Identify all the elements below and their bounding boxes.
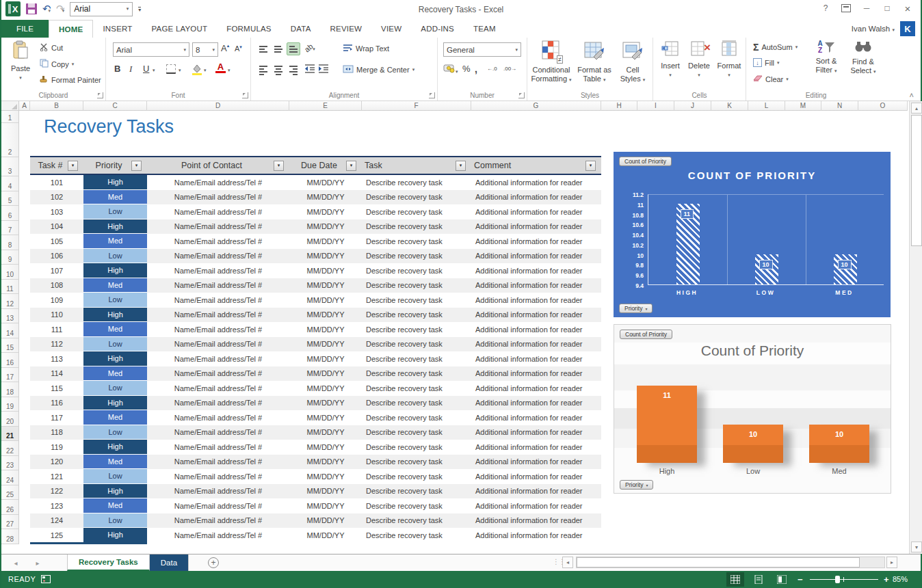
autosum-button[interactable]: Σ AutoSum▾ bbox=[750, 40, 800, 54]
italic-button[interactable]: I bbox=[129, 64, 132, 75]
ribbon-tab-review[interactable]: REVIEW bbox=[321, 20, 372, 38]
cell-task-number[interactable]: 114 bbox=[30, 366, 83, 382]
accounting-format-button[interactable]: ▾ bbox=[443, 64, 458, 75]
ribbon-tab-file[interactable]: FILE bbox=[1, 20, 49, 38]
bar-low[interactable] bbox=[755, 254, 778, 284]
cell-task[interactable]: Describe recovery task bbox=[362, 440, 471, 455]
find-select-button[interactable]: Find & Select ▾ bbox=[846, 40, 880, 76]
comma-style-button[interactable]: , bbox=[475, 64, 477, 75]
cell-task-number[interactable]: 110 bbox=[30, 308, 83, 323]
cell-due-date[interactable]: MM/DD/YY bbox=[289, 469, 362, 484]
cell-comment[interactable]: Additional information for reader bbox=[471, 219, 601, 235]
cell-priority[interactable]: Med bbox=[83, 234, 147, 249]
cell-due-date[interactable]: MM/DD/YY bbox=[289, 204, 362, 219]
cell-priority[interactable]: Low bbox=[83, 381, 147, 396]
row-header-21[interactable]: 21 bbox=[1, 427, 19, 442]
cell-task[interactable]: Describe recovery task bbox=[362, 366, 471, 382]
cell-task[interactable]: Describe recovery task bbox=[362, 410, 471, 425]
page-break-preview-button[interactable] bbox=[773, 572, 791, 587]
pivot-field-button[interactable]: Count of Priority bbox=[619, 157, 672, 166]
cell-task[interactable]: Describe recovery task bbox=[362, 455, 471, 470]
cell-due-date[interactable]: MM/DD/YY bbox=[289, 293, 362, 308]
increase-font-size-button[interactable]: A▴ bbox=[221, 43, 229, 53]
pivot-axis-button[interactable]: Priority▾ bbox=[619, 304, 653, 313]
cell-comment[interactable]: Additional information for reader bbox=[471, 528, 601, 543]
borders-button[interactable] bbox=[166, 64, 176, 75]
cell-task-number[interactable]: 123 bbox=[30, 498, 83, 513]
decrease-font-size-button[interactable]: A▾ bbox=[235, 44, 242, 53]
cell-comment[interactable]: Additional information for reader bbox=[471, 322, 601, 337]
cell-task-number[interactable]: 119 bbox=[30, 440, 83, 455]
table-row[interactable]: 118LowName/Email address/Tel #MM/DD/YYDe… bbox=[30, 425, 601, 440]
ribbon-tab-insert[interactable]: INSERT bbox=[93, 20, 142, 38]
cell-task-number[interactable]: 118 bbox=[30, 425, 83, 440]
cell-contact[interactable]: Name/Email address/Tel # bbox=[147, 204, 289, 219]
cell-contact[interactable]: Name/Email address/Tel # bbox=[147, 455, 289, 470]
cell-priority[interactable]: High bbox=[83, 263, 147, 278]
cell-comment[interactable]: Additional information for reader bbox=[471, 190, 601, 205]
cell-contact[interactable]: Name/Email address/Tel # bbox=[147, 278, 289, 293]
cell-task-number[interactable]: 108 bbox=[30, 278, 83, 293]
cell-priority[interactable]: High bbox=[83, 484, 147, 499]
qat-customize-button[interactable]: ▾ bbox=[138, 7, 141, 13]
cell-task[interactable]: Describe recovery task bbox=[362, 204, 471, 219]
table-row[interactable]: 121LowName/Email address/Tel #MM/DD/YYDe… bbox=[30, 469, 601, 484]
sheet-nav-right[interactable]: ▸ bbox=[29, 554, 47, 571]
row-header-20[interactable]: 20 bbox=[1, 412, 19, 427]
ribbon-tab-data[interactable]: DATA bbox=[281, 20, 321, 38]
cell-due-date[interactable]: MM/DD/YY bbox=[289, 351, 362, 366]
cell-task[interactable]: Describe recovery task bbox=[362, 293, 471, 308]
table-row[interactable]: 106LowName/Email address/Tel #MM/DD/YYDe… bbox=[30, 249, 601, 264]
qat-font-box[interactable]: Arial▾ bbox=[70, 2, 133, 16]
column-header-A[interactable]: A bbox=[19, 101, 30, 111]
conditional-formatting-button[interactable]: ≠ Conditional Formatting ▾ bbox=[530, 40, 572, 84]
column-header-N[interactable]: N bbox=[821, 101, 858, 111]
font-size-combobox[interactable]: 8▾ bbox=[192, 42, 218, 57]
cell-comment[interactable]: Additional information for reader bbox=[471, 425, 601, 440]
table-row[interactable]: 101HighName/Email address/Tel #MM/DD/YYD… bbox=[30, 175, 601, 190]
table-row[interactable]: 104HighName/Email address/Tel #MM/DD/YYD… bbox=[30, 219, 601, 235]
row-header-27[interactable]: 27 bbox=[1, 515, 19, 530]
cell-due-date[interactable]: MM/DD/YY bbox=[289, 440, 362, 455]
cell-comment[interactable]: Additional information for reader bbox=[471, 484, 601, 499]
cell-contact[interactable]: Name/Email address/Tel # bbox=[147, 175, 289, 190]
cell-contact[interactable]: Name/Email address/Tel # bbox=[147, 425, 289, 440]
table-row[interactable]: 105MedName/Email address/Tel #MM/DD/YYDe… bbox=[30, 234, 601, 249]
cell-priority[interactable]: Low bbox=[83, 249, 147, 264]
row-header-23[interactable]: 23 bbox=[1, 456, 19, 471]
cell-comment[interactable]: Additional information for reader bbox=[471, 351, 601, 366]
cell-contact[interactable]: Name/Email address/Tel # bbox=[147, 337, 289, 352]
cell-task-number[interactable]: 106 bbox=[30, 249, 83, 264]
cell-task[interactable]: Describe recovery task bbox=[362, 219, 471, 235]
cell-contact[interactable]: Name/Email address/Tel # bbox=[147, 293, 289, 308]
minimize-button[interactable]: ─ bbox=[856, 0, 877, 16]
cell-contact[interactable]: Name/Email address/Tel # bbox=[147, 322, 289, 337]
cell-due-date[interactable]: MM/DD/YY bbox=[289, 425, 362, 440]
table-row[interactable]: 113HighName/Email address/Tel #MM/DD/YYD… bbox=[30, 351, 601, 366]
sort-filter-button[interactable]: AZ Sort & Filter ▾ bbox=[809, 40, 843, 75]
table-row[interactable]: 111MedName/Email address/Tel #MM/DD/YYDe… bbox=[30, 322, 601, 337]
undo-button[interactable]: ↶▾ bbox=[42, 3, 51, 15]
filter-button[interactable]: ▾ bbox=[585, 161, 596, 171]
row-header-13[interactable]: 13 bbox=[1, 309, 19, 324]
cell-task-number[interactable]: 104 bbox=[30, 219, 83, 235]
cell-styles-button[interactable]: Cell Styles ▾ bbox=[615, 40, 650, 84]
table-row[interactable]: 115LowName/Email address/Tel #MM/DD/YYDe… bbox=[30, 381, 601, 396]
row-header-6[interactable]: 6 bbox=[1, 206, 19, 221]
close-button[interactable]: × bbox=[897, 0, 918, 16]
cell-comment[interactable]: Additional information for reader bbox=[471, 366, 601, 382]
cell-task[interactable]: Describe recovery task bbox=[362, 528, 471, 543]
row-header-26[interactable]: 26 bbox=[1, 500, 19, 515]
cell-due-date[interactable]: MM/DD/YY bbox=[289, 410, 362, 425]
ribbon-display-options-button[interactable] bbox=[836, 0, 856, 16]
align-center-button[interactable] bbox=[272, 64, 285, 77]
cell-due-date[interactable]: MM/DD/YY bbox=[289, 381, 362, 396]
cell-task-number[interactable]: 113 bbox=[30, 351, 83, 366]
row-header-19[interactable]: 19 bbox=[1, 397, 19, 412]
cell-due-date[interactable]: MM/DD/YY bbox=[289, 455, 362, 470]
column-header-H[interactable]: H bbox=[601, 101, 637, 111]
table-row[interactable]: 120MedName/Email address/Tel #MM/DD/YYDe… bbox=[30, 455, 601, 470]
cell-due-date[interactable]: MM/DD/YY bbox=[289, 528, 362, 543]
cell-priority[interactable]: High bbox=[83, 396, 147, 411]
cell-task[interactable]: Describe recovery task bbox=[362, 425, 471, 440]
